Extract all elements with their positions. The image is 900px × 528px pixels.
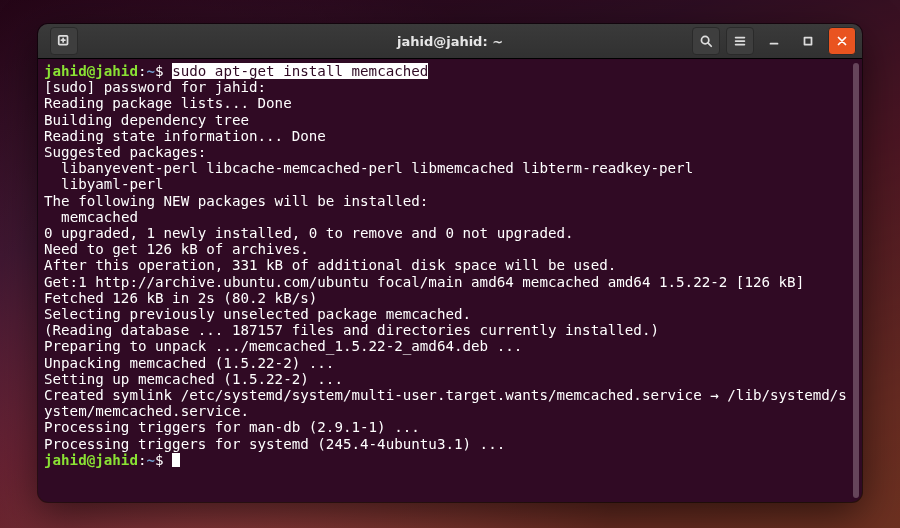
terminal-window: jahid@jahid: ~ bbox=[38, 24, 862, 502]
scrollbar[interactable] bbox=[853, 63, 859, 498]
titlebar: jahid@jahid: ~ bbox=[38, 24, 862, 59]
svg-rect-2 bbox=[805, 38, 812, 45]
menu-button[interactable] bbox=[726, 27, 754, 55]
minimize-button[interactable] bbox=[760, 27, 788, 55]
new-tab-icon bbox=[57, 34, 71, 48]
maximize-icon bbox=[801, 34, 815, 48]
new-tab-button[interactable] bbox=[50, 27, 78, 55]
terminal-text[interactable]: jahid@jahid:~$ sudo apt-get install memc… bbox=[38, 59, 862, 468]
close-button[interactable] bbox=[828, 27, 856, 55]
cursor bbox=[172, 453, 180, 467]
search-button[interactable] bbox=[692, 27, 720, 55]
minimize-icon bbox=[767, 34, 781, 48]
maximize-button[interactable] bbox=[794, 27, 822, 55]
hamburger-icon bbox=[733, 34, 747, 48]
terminal-viewport[interactable]: jahid@jahid:~$ sudo apt-get install memc… bbox=[38, 59, 862, 502]
search-icon bbox=[699, 34, 713, 48]
close-icon bbox=[835, 34, 849, 48]
